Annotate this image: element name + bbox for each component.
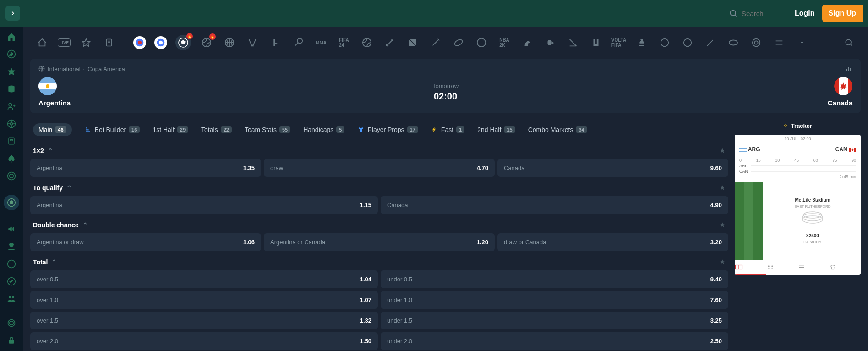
tab-player-props[interactable]: Player Props17 xyxy=(357,126,418,133)
slot-icon[interactable] xyxy=(6,136,17,147)
home-icon[interactable] xyxy=(6,31,17,42)
efootball-icon[interactable] xyxy=(772,35,786,50)
tab-handicaps[interactable]: Handicaps5 xyxy=(303,126,344,133)
baseball-icon[interactable] xyxy=(428,35,443,50)
table-tennis-icon[interactable] xyxy=(291,35,306,50)
outcome-1x2-draw[interactable]: draw4.70 xyxy=(264,159,495,177)
tennis-icon[interactable]: 🔥 xyxy=(199,35,214,50)
outcome-under-15[interactable]: under 1.53.25 xyxy=(381,312,728,329)
outcome-over-10[interactable]: over 1.01.07 xyxy=(30,291,378,309)
market-1x2-title[interactable]: 1×2⌃ xyxy=(30,143,728,159)
tracker-tab-stats[interactable] xyxy=(798,260,830,275)
hockey-icon[interactable] xyxy=(245,35,260,50)
outcome-under-20[interactable]: under 2.02.50 xyxy=(381,332,728,350)
chip-icon[interactable] xyxy=(6,170,17,181)
wheel-icon[interactable] xyxy=(6,118,17,129)
svg-point-18 xyxy=(8,320,15,327)
coin-icon[interactable] xyxy=(6,318,17,329)
tracker-tab-lineup[interactable] xyxy=(766,260,798,275)
boxing-icon[interactable] xyxy=(543,35,557,50)
login-button[interactable]: Login xyxy=(787,9,822,17)
futsal-icon[interactable] xyxy=(566,35,580,50)
tab-combo[interactable]: Combo Markets34 xyxy=(528,126,587,133)
chess-icon[interactable] xyxy=(634,35,649,50)
darts-icon[interactable] xyxy=(749,35,764,50)
badminton-icon[interactable] xyxy=(703,35,718,50)
mma-icon[interactable]: MMA xyxy=(314,35,328,50)
pin-icon[interactable] xyxy=(719,222,726,228)
breadcrumb[interactable]: International · Copa America xyxy=(38,65,852,72)
amfootball-icon[interactable] xyxy=(451,35,466,50)
pin-icon[interactable] xyxy=(719,259,726,265)
user-plus-icon[interactable] xyxy=(6,101,17,112)
outcome-1x2-away[interactable]: Canada9.60 xyxy=(497,159,728,177)
tab-fast[interactable]: Fast1 xyxy=(431,126,464,133)
ball-icon[interactable] xyxy=(6,258,17,269)
users-icon[interactable] xyxy=(6,293,17,304)
doc-icon[interactable] xyxy=(102,35,116,50)
horse-icon[interactable] xyxy=(520,35,535,50)
cs-icon[interactable] xyxy=(268,35,283,50)
tab-team-stats[interactable]: Team Stats55 xyxy=(245,126,290,133)
home-sport-icon[interactable] xyxy=(35,35,49,50)
sport-search-icon[interactable] xyxy=(841,35,856,50)
outcome-qualify-away[interactable]: Canada4.90 xyxy=(381,196,728,214)
star-icon[interactable] xyxy=(6,66,17,77)
tab-1st-half[interactable]: 1st Half29 xyxy=(153,126,188,133)
pin-icon[interactable] xyxy=(719,185,726,191)
tracker-tab-pitch[interactable] xyxy=(735,260,766,275)
market-total-title[interactable]: Total⌃ xyxy=(30,254,728,270)
svg-point-72 xyxy=(768,265,770,267)
heart-hand-icon[interactable] xyxy=(6,241,17,252)
outcome-dc-12[interactable]: Argentina or Canada1.20 xyxy=(264,233,495,251)
coins-icon[interactable] xyxy=(6,83,17,94)
nba2k-icon[interactable]: NBA2K xyxy=(497,35,512,50)
expand-button[interactable] xyxy=(5,6,20,21)
volleyball-icon[interactable] xyxy=(360,35,374,50)
rugby-icon[interactable] xyxy=(726,35,741,50)
tracker-tab-kit[interactable] xyxy=(829,260,861,275)
telegram-icon[interactable] xyxy=(6,276,17,287)
dollar-icon[interactable] xyxy=(6,49,17,60)
lock-icon[interactable] xyxy=(6,335,17,346)
soccer-sport-icon[interactable]: 🔥 xyxy=(175,35,191,50)
tab-2nd-half[interactable]: 2nd Half15 xyxy=(477,126,515,133)
outcome-1x2-home[interactable]: Argentina1.35 xyxy=(30,159,261,177)
cricket-icon[interactable] xyxy=(382,35,397,50)
top-icon-1[interactable] xyxy=(133,36,146,49)
favorites-icon[interactable] xyxy=(79,35,93,50)
sport-extra-2-icon[interactable] xyxy=(680,35,695,50)
soccer-icon[interactable] xyxy=(4,195,19,210)
handball-icon[interactable] xyxy=(474,35,489,50)
fifa-icon[interactable]: FIFA24 xyxy=(337,35,351,50)
market-dc-title[interactable]: Double chance⌃ xyxy=(30,217,728,233)
outcome-qualify-home[interactable]: Argentina1.15 xyxy=(30,196,378,214)
outcome-dc-1x[interactable]: Argentina or draw1.06 xyxy=(30,233,261,251)
more-sports-icon[interactable] xyxy=(795,35,809,50)
voltafifa-icon[interactable]: VOLTAFIFA xyxy=(611,35,626,50)
dota-icon[interactable] xyxy=(405,35,420,50)
lol-icon[interactable] xyxy=(589,35,603,50)
search-box[interactable] xyxy=(729,9,778,18)
signup-button[interactable]: Sign Up xyxy=(822,5,863,22)
search-input[interactable] xyxy=(742,10,778,17)
top-icon-2[interactable] xyxy=(154,36,167,49)
spade-icon[interactable] xyxy=(6,153,17,164)
tab-bet-builder[interactable]: Bet Builder16 xyxy=(85,126,140,133)
outcome-over-20[interactable]: over 2.01.50 xyxy=(30,332,378,350)
tab-main[interactable]: Main46 xyxy=(33,123,72,136)
tab-totals[interactable]: Totals22 xyxy=(201,126,232,133)
outcome-over-05[interactable]: over 0.51.04 xyxy=(30,270,378,288)
outcome-under-05[interactable]: under 0.59.40 xyxy=(381,270,728,288)
basketball-icon[interactable] xyxy=(222,35,237,50)
market-qualify-title[interactable]: To qualify⌃ xyxy=(30,180,728,196)
outcome-dc-x2[interactable]: draw or Canada3.20 xyxy=(497,233,728,251)
outcome-under-10[interactable]: under 1.07.60 xyxy=(381,291,728,309)
stats-icon[interactable] xyxy=(845,65,852,72)
outcome-over-15[interactable]: over 1.51.32 xyxy=(30,312,378,329)
search-icon xyxy=(729,9,738,18)
megaphone-icon[interactable] xyxy=(6,224,17,235)
live-icon[interactable]: LIVE xyxy=(58,38,71,47)
pin-icon[interactable] xyxy=(719,148,726,154)
sport-extra-1-icon[interactable] xyxy=(657,35,672,50)
